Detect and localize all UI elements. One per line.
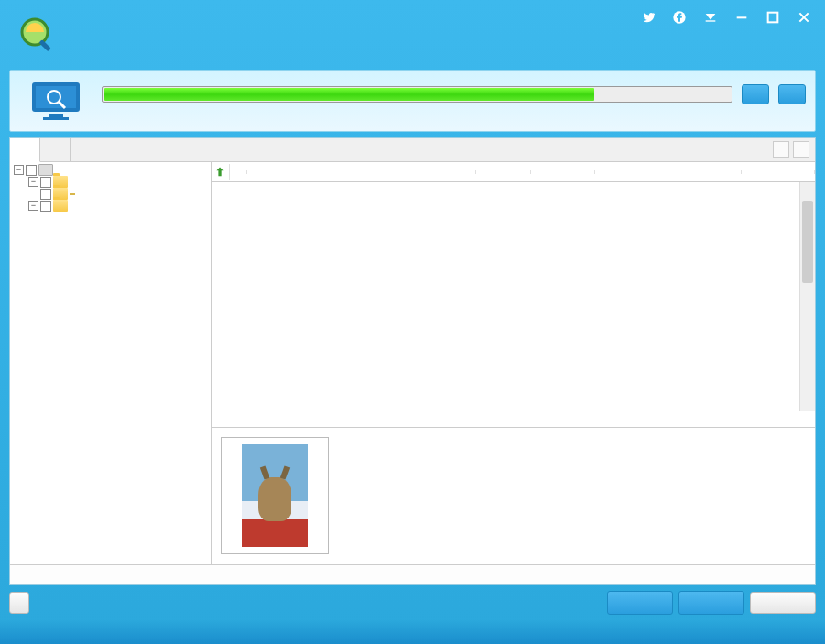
svg-rect-10 [49,114,63,117]
collapse-icon[interactable]: − [28,201,38,211]
monitor-icon [10,71,102,131]
column-size[interactable] [531,170,595,174]
tabbar [10,138,815,162]
save-scan-status-button[interactable] [9,592,29,614]
collapse-icon[interactable]: − [28,177,38,187]
collapse-icon[interactable]: − [14,165,24,175]
facebook-icon[interactable] [671,9,688,26]
number-of-files [432,110,732,123]
checkbox[interactable] [40,201,51,212]
app-title [66,19,72,49]
recover-button[interactable] [750,592,816,614]
scrollbar[interactable] [799,182,815,411]
svg-rect-4 [737,16,747,18]
preview-thumbnail [221,437,329,554]
file-list-header: ⬆ [212,162,815,182]
minimize-icon[interactable] [733,9,750,26]
checkbox[interactable] [40,177,51,188]
checkbox[interactable] [26,165,37,176]
directory-tree[interactable]: − − − [10,162,212,564]
twitter-icon[interactable] [640,9,656,26]
drive-icon [38,164,53,176]
column-modify[interactable] [742,170,815,174]
status-bar [10,564,815,584]
app-logo-icon [15,12,59,56]
progress-bar [102,86,732,103]
tree-item-selected[interactable] [70,193,75,195]
tab-file-type[interactable] [40,138,71,161]
maximize-icon[interactable] [764,9,781,26]
pause-button[interactable] [742,84,769,104]
tab-directory[interactable] [10,138,40,162]
home-button[interactable] [607,591,673,615]
svg-rect-7 [36,86,76,108]
stop-button[interactable] [778,84,806,104]
preview-pane [212,427,815,564]
column-attribute[interactable] [677,170,742,174]
column-name[interactable] [247,170,476,174]
footer [0,620,825,644]
back-button[interactable] [678,591,744,615]
svg-rect-5 [768,13,778,23]
column-filetype[interactable] [595,170,677,174]
column-preview[interactable] [476,170,531,174]
close-icon[interactable] [796,9,812,26]
folder-icon [53,200,68,212]
dropdown-icon[interactable] [702,9,719,26]
file-list: ⬆ [212,162,815,427]
svg-rect-11 [43,117,69,120]
list-view-icon[interactable] [793,141,809,158]
progress-panel [9,70,816,132]
titlebar [0,0,825,68]
grid-view-icon[interactable] [773,141,789,158]
up-folder-icon[interactable]: ⬆ [212,164,230,180]
hex-viewer [340,428,815,564]
svg-rect-3 [706,20,716,21]
checkbox[interactable] [40,189,51,200]
